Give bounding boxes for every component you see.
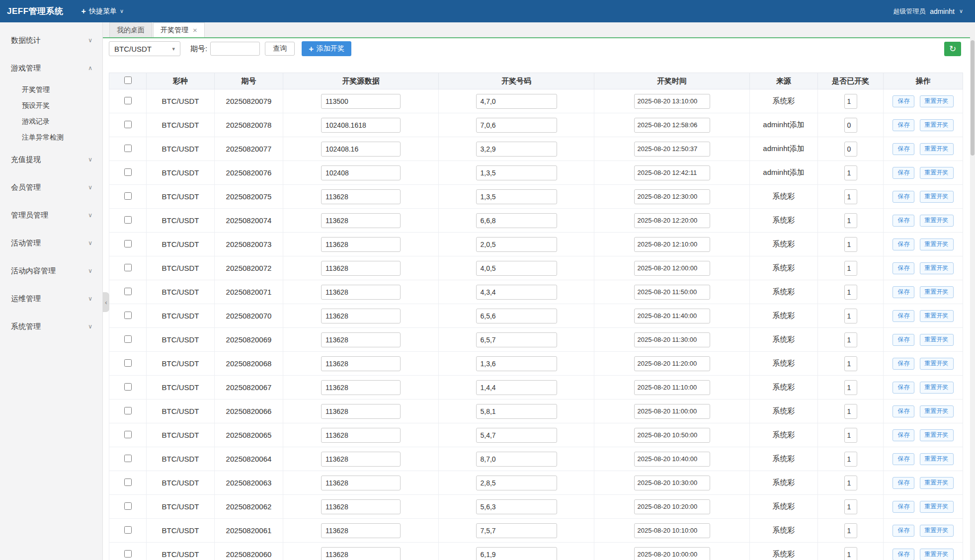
save-button[interactable]: 保存	[893, 239, 914, 250]
draw-numbers-input[interactable]	[476, 237, 557, 252]
draw-time-input[interactable]	[634, 142, 710, 157]
drawn-flag-input[interactable]	[844, 523, 857, 538]
draw-numbers-input[interactable]	[476, 452, 557, 467]
source-data-input[interactable]	[321, 523, 401, 538]
row-checkbox[interactable]	[124, 168, 132, 176]
reset-draw-button[interactable]: 重置开奖	[920, 239, 954, 250]
drawn-flag-input[interactable]	[844, 428, 857, 443]
draw-time-input[interactable]	[634, 404, 710, 419]
sidebar-subitem[interactable]: 注单异常检测	[0, 130, 102, 146]
drawn-flag-input[interactable]	[844, 94, 857, 109]
source-data-input[interactable]	[321, 213, 401, 228]
save-button[interactable]: 保存	[893, 334, 914, 346]
reset-draw-button[interactable]: 重置开奖	[920, 262, 954, 274]
reset-draw-button[interactable]: 重置开奖	[920, 501, 954, 513]
drawn-flag-input[interactable]	[844, 332, 857, 347]
reset-draw-button[interactable]: 重置开奖	[920, 358, 954, 370]
draw-time-input[interactable]	[634, 189, 710, 204]
save-button[interactable]: 保存	[893, 191, 914, 203]
lottery-select[interactable]: BTC/USDT ▾	[109, 41, 180, 56]
draw-time-input[interactable]	[634, 547, 710, 560]
reset-draw-button[interactable]: 重置开奖	[920, 382, 954, 394]
row-checkbox[interactable]	[124, 383, 132, 391]
draw-time-input[interactable]	[634, 94, 710, 109]
reset-draw-button[interactable]: 重置开奖	[920, 119, 954, 131]
drawn-flag-input[interactable]	[844, 189, 857, 204]
quick-menu[interactable]: + 快捷菜单 ∨	[77, 0, 129, 22]
save-button[interactable]: 保存	[893, 477, 914, 489]
add-draw-button[interactable]: + 添加开奖	[302, 41, 351, 56]
tab[interactable]: 开奖管理 ×	[153, 22, 205, 37]
source-data-input[interactable]	[321, 499, 401, 514]
draw-time-input[interactable]	[634, 499, 710, 514]
draw-time-input[interactable]	[634, 285, 710, 300]
draw-numbers-input[interactable]	[476, 118, 557, 133]
source-data-input[interactable]	[321, 309, 401, 323]
sidebar-subitem[interactable]: 开奖管理	[0, 82, 102, 98]
drawn-flag-input[interactable]	[844, 547, 857, 560]
row-checkbox[interactable]	[124, 192, 132, 200]
source-data-input[interactable]	[321, 380, 401, 395]
draw-numbers-input[interactable]	[476, 94, 557, 109]
row-checkbox[interactable]	[124, 216, 132, 224]
reset-draw-button[interactable]: 重置开奖	[920, 143, 954, 155]
source-data-input[interactable]	[321, 142, 401, 157]
reset-draw-button[interactable]: 重置开奖	[920, 525, 954, 537]
query-button[interactable]: 查询	[265, 42, 295, 56]
draw-time-input[interactable]	[634, 523, 710, 538]
save-button[interactable]: 保存	[893, 429, 914, 441]
draw-time-input[interactable]	[634, 380, 710, 395]
source-data-input[interactable]	[321, 261, 401, 276]
tab[interactable]: 我的桌面	[109, 22, 152, 37]
sidebar-item[interactable]: 运维管理 ∨	[0, 285, 102, 313]
draw-numbers-input[interactable]	[476, 547, 557, 560]
drawn-flag-input[interactable]	[844, 142, 857, 157]
source-data-input[interactable]	[321, 332, 401, 347]
refresh-button[interactable]: ↻	[944, 42, 961, 56]
row-checkbox[interactable]	[124, 431, 132, 438]
row-checkbox[interactable]	[124, 97, 132, 104]
drawn-flag-input[interactable]	[844, 261, 857, 276]
sidebar-item[interactable]: 活动管理 ∨	[0, 229, 102, 257]
draw-numbers-input[interactable]	[476, 213, 557, 228]
draw-time-input[interactable]	[634, 332, 710, 347]
row-checkbox[interactable]	[124, 312, 132, 319]
reset-draw-button[interactable]: 重置开奖	[920, 310, 954, 322]
row-checkbox[interactable]	[124, 145, 132, 152]
source-data-input[interactable]	[321, 404, 401, 419]
sidebar-item[interactable]: 会员管理 ∨	[0, 173, 102, 201]
draw-time-input[interactable]	[634, 213, 710, 228]
row-checkbox[interactable]	[124, 526, 132, 534]
save-button[interactable]: 保存	[893, 358, 914, 370]
source-data-input[interactable]	[321, 428, 401, 443]
draw-time-input[interactable]	[634, 165, 710, 180]
drawn-flag-input[interactable]	[844, 237, 857, 252]
source-data-input[interactable]	[321, 118, 401, 133]
row-checkbox[interactable]	[124, 264, 132, 271]
save-button[interactable]: 保存	[893, 215, 914, 227]
draw-time-input[interactable]	[634, 237, 710, 252]
draw-numbers-input[interactable]	[476, 523, 557, 538]
drawn-flag-input[interactable]	[844, 309, 857, 323]
row-checkbox[interactable]	[124, 335, 132, 343]
source-data-input[interactable]	[321, 452, 401, 467]
reset-draw-button[interactable]: 重置开奖	[920, 429, 954, 441]
draw-numbers-input[interactable]	[476, 380, 557, 395]
reset-draw-button[interactable]: 重置开奖	[920, 215, 954, 227]
save-button[interactable]: 保存	[893, 95, 914, 107]
draw-numbers-input[interactable]	[476, 428, 557, 443]
sidebar-subitem[interactable]: 游戏记录	[0, 114, 102, 130]
draw-numbers-input[interactable]	[476, 332, 557, 347]
sidebar-item[interactable]: 游戏管理 ∧	[0, 54, 102, 82]
draw-numbers-input[interactable]	[476, 285, 557, 300]
reset-draw-button[interactable]: 重置开奖	[920, 549, 954, 560]
draw-time-input[interactable]	[634, 261, 710, 276]
draw-numbers-input[interactable]	[476, 356, 557, 371]
save-button[interactable]: 保存	[893, 119, 914, 131]
drawn-flag-input[interactable]	[844, 356, 857, 371]
save-button[interactable]: 保存	[893, 501, 914, 513]
draw-numbers-input[interactable]	[476, 476, 557, 490]
drawn-flag-input[interactable]	[844, 285, 857, 300]
row-checkbox[interactable]	[124, 288, 132, 295]
drawn-flag-input[interactable]	[844, 452, 857, 467]
